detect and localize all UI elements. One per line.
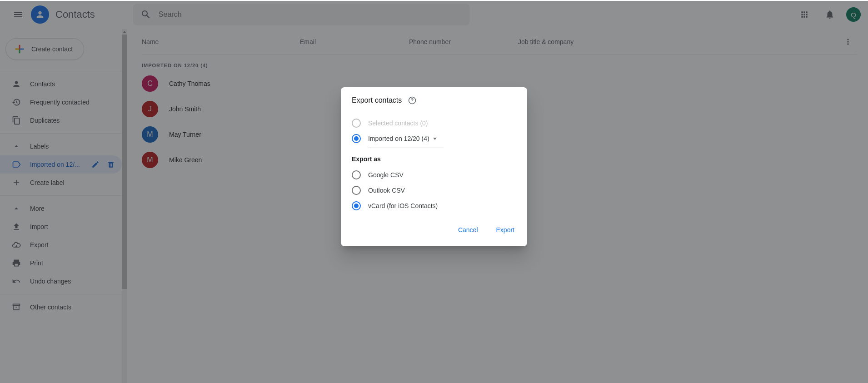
radio-google-csv[interactable]: Google CSV bbox=[352, 167, 516, 183]
radio-icon bbox=[352, 186, 361, 195]
dropdown-underline bbox=[368, 148, 444, 148]
radio-icon bbox=[352, 201, 361, 210]
modal-scrim[interactable]: Export contacts Selected contacts (0) Im… bbox=[0, 1, 868, 383]
radio-icon bbox=[352, 170, 361, 179]
radio-label: Imported on 12/20 (4) bbox=[368, 135, 429, 142]
radio-icon bbox=[352, 134, 361, 143]
cancel-button[interactable]: Cancel bbox=[456, 223, 480, 237]
radio-label: Outlook CSV bbox=[368, 187, 405, 194]
radio-vcard[interactable]: vCard (for iOS Contacts) bbox=[352, 198, 516, 214]
radio-label: Selected contacts (0) bbox=[368, 119, 428, 127]
radio-imported-label[interactable]: Imported on 12/20 (4) bbox=[352, 131, 516, 146]
dropdown-arrow-icon[interactable] bbox=[433, 138, 437, 140]
export-button[interactable]: Export bbox=[494, 223, 516, 237]
export-as-label: Export as bbox=[352, 155, 516, 163]
radio-label: Google CSV bbox=[368, 171, 404, 179]
export-dialog: Export contacts Selected contacts (0) Im… bbox=[341, 87, 527, 246]
radio-icon bbox=[352, 119, 361, 128]
radio-label: vCard (for iOS Contacts) bbox=[368, 202, 438, 209]
radio-selected-contacts: Selected contacts (0) bbox=[352, 115, 516, 131]
radio-outlook-csv[interactable]: Outlook CSV bbox=[352, 183, 516, 198]
help-icon[interactable] bbox=[408, 96, 416, 104]
dialog-title: Export contacts bbox=[352, 96, 402, 104]
